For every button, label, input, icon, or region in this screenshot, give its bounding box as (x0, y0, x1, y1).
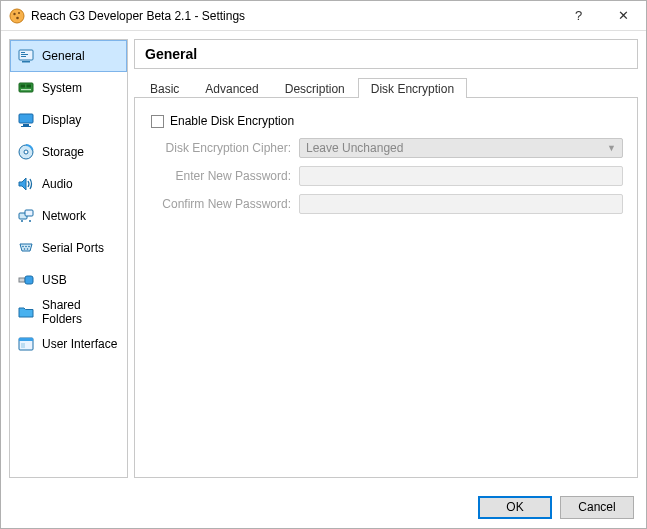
svg-point-23 (25, 246, 27, 248)
system-icon (17, 79, 35, 97)
sidebar-item-label: System (42, 81, 82, 95)
sidebar-item-shared-folders[interactable]: Shared Folders (10, 296, 127, 328)
chevron-down-icon: ▼ (607, 143, 616, 153)
new-password-label: Enter New Password: (149, 169, 299, 183)
svg-rect-13 (19, 114, 33, 123)
sidebar-item-label: USB (42, 273, 67, 287)
svg-point-26 (27, 248, 29, 250)
app-icon (9, 8, 25, 24)
help-button[interactable]: ? (556, 1, 601, 30)
svg-rect-8 (22, 61, 30, 63)
display-icon (17, 111, 35, 129)
network-icon (17, 207, 35, 225)
window-title: Reach G3 Developer Beta 2.1 - Settings (31, 9, 556, 23)
svg-point-22 (22, 246, 24, 248)
sidebar-item-user-interface[interactable]: User Interface (10, 328, 127, 360)
svg-rect-6 (21, 54, 28, 55)
svg-rect-31 (21, 343, 25, 348)
tabbar: Basic Advanced Description Disk Encrypti… (134, 75, 638, 97)
svg-point-24 (28, 246, 30, 248)
svg-rect-7 (21, 56, 26, 57)
ui-icon (17, 335, 35, 353)
cancel-button[interactable]: Cancel (560, 496, 634, 519)
sidebar-item-audio[interactable]: Audio (10, 168, 127, 200)
sidebar-item-label: Network (42, 209, 86, 223)
main-panel: General Basic Advanced Description Disk … (134, 39, 638, 478)
content-area: General System (1, 31, 646, 486)
svg-rect-11 (27, 85, 32, 88)
general-icon (17, 47, 35, 65)
svg-point-2 (18, 12, 20, 14)
sidebar-item-label: User Interface (42, 337, 117, 351)
svg-point-21 (29, 220, 31, 222)
svg-rect-12 (21, 89, 31, 90)
svg-point-0 (10, 9, 24, 23)
sidebar-item-serial-ports[interactable]: Serial Ports (10, 232, 127, 264)
enable-encryption-row[interactable]: Enable Disk Encryption (151, 114, 623, 128)
svg-rect-30 (19, 338, 33, 341)
cipher-value: Leave Unchanged (306, 141, 403, 155)
sidebar-item-label: Storage (42, 145, 84, 159)
ok-button[interactable]: OK (478, 496, 552, 519)
tab-basic[interactable]: Basic (137, 78, 192, 98)
sidebar-item-label: Serial Ports (42, 241, 104, 255)
audio-icon (17, 175, 35, 193)
tab-panel-disk-encryption: Enable Disk Encryption Disk Encryption C… (134, 97, 638, 478)
sidebar-item-network[interactable]: Network (10, 200, 127, 232)
sidebar-item-general[interactable]: General (10, 40, 127, 72)
confirm-password-label: Confirm New Password: (149, 197, 299, 211)
svg-rect-19 (25, 210, 33, 216)
tab-disk-encryption[interactable]: Disk Encryption (358, 78, 467, 98)
sidebar-item-label: General (42, 49, 85, 63)
svg-rect-27 (19, 278, 25, 282)
sidebar-item-system[interactable]: System (10, 72, 127, 104)
sidebar-item-storage[interactable]: Storage (10, 136, 127, 168)
svg-point-3 (16, 16, 19, 19)
enable-encryption-label: Enable Disk Encryption (170, 114, 294, 128)
main-header: General (134, 39, 638, 69)
usb-icon (17, 271, 35, 289)
svg-rect-14 (23, 124, 29, 126)
confirm-password-input (299, 194, 623, 214)
cipher-label: Disk Encryption Cipher: (149, 141, 299, 155)
enable-encryption-checkbox[interactable] (151, 115, 164, 128)
storage-icon (17, 143, 35, 161)
svg-point-17 (24, 150, 28, 154)
tab-advanced[interactable]: Advanced (192, 78, 271, 98)
folder-icon (17, 303, 35, 321)
sidebar-item-label: Shared Folders (42, 298, 120, 326)
svg-rect-10 (21, 85, 26, 88)
serial-ports-icon (17, 239, 35, 257)
close-button[interactable]: ✕ (601, 1, 646, 30)
svg-point-25 (24, 248, 26, 250)
svg-point-20 (21, 220, 23, 222)
new-password-input (299, 166, 623, 186)
sidebar-item-label: Audio (42, 177, 73, 191)
tab-description[interactable]: Description (272, 78, 358, 98)
sidebar: General System (9, 39, 128, 478)
svg-rect-28 (25, 276, 33, 284)
svg-rect-15 (21, 126, 31, 127)
svg-rect-5 (21, 52, 25, 53)
cipher-select: Leave Unchanged ▼ (299, 138, 623, 158)
button-bar: OK Cancel (1, 486, 646, 528)
settings-window: Reach G3 Developer Beta 2.1 - Settings ?… (0, 0, 647, 529)
sidebar-item-usb[interactable]: USB (10, 264, 127, 296)
titlebar: Reach G3 Developer Beta 2.1 - Settings ?… (1, 1, 646, 31)
page-title: General (145, 46, 197, 62)
sidebar-item-label: Display (42, 113, 81, 127)
sidebar-item-display[interactable]: Display (10, 104, 127, 136)
svg-point-1 (13, 12, 15, 14)
